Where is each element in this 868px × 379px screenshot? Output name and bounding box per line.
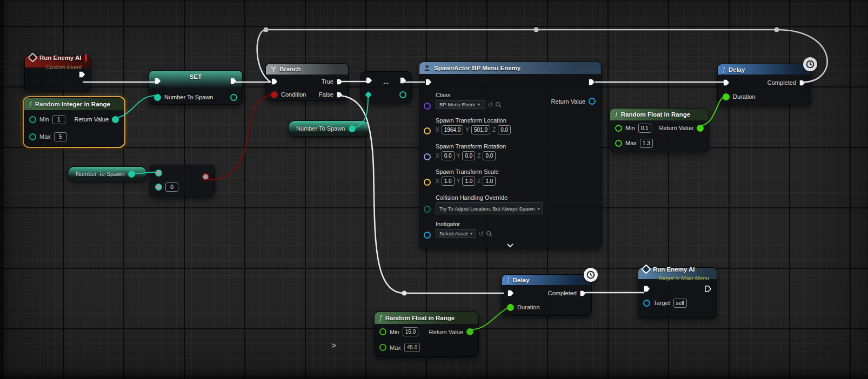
location-x-input[interactable]: 1964.0	[442, 125, 464, 134]
true-label: True	[322, 78, 333, 85]
return-value-pin[interactable]	[466, 328, 473, 335]
exec-in-pin[interactable]	[723, 79, 730, 86]
node-title: Random Integer in Range	[35, 101, 110, 107]
location-z-input[interactable]: 0.0	[498, 125, 511, 134]
node-run-enemy-ai-call[interactable]: Run Enemy AI Target is Main Menu Target …	[638, 267, 717, 318]
scale-y-input[interactable]: 1.0	[462, 177, 475, 186]
min-pin[interactable]	[615, 125, 622, 132]
node-header: ƒ Delay	[502, 275, 591, 285]
exec-in-pin[interactable]	[643, 285, 651, 293]
input-a-pin[interactable]	[155, 170, 162, 177]
instigator-pin[interactable]	[424, 232, 431, 239]
blueprint-canvas[interactable]: Run Enemy AI Custom Event ƒ Random Integ…	[0, 0, 868, 379]
collision-pin[interactable]	[424, 206, 431, 213]
getter-number-to-spawn-left[interactable]: Number To Spawn	[68, 166, 147, 181]
false-exec-pin[interactable]	[336, 91, 343, 98]
node-run-enemy-ai-event[interactable]: Run Enemy AI Custom Event	[24, 56, 91, 91]
min-value-input[interactable]: 15.0	[403, 327, 418, 336]
getter-out-pin[interactable]	[128, 171, 135, 178]
max-pin[interactable]	[29, 133, 36, 140]
reroute-dot	[264, 28, 269, 32]
node-greater-than[interactable]: > 0	[150, 165, 215, 197]
return-value-label: Return Value	[75, 116, 109, 123]
node-title: SpawnActor BP Menu Enemy	[434, 65, 520, 71]
scale-z-input[interactable]: 1.0	[483, 177, 496, 186]
scale-pin[interactable]	[424, 179, 431, 186]
browse-icon[interactable]	[495, 101, 502, 108]
min-value-input[interactable]: 1	[52, 115, 65, 124]
class-pin[interactable]	[424, 103, 431, 110]
target-pin[interactable]	[643, 300, 650, 307]
exec-out-pin[interactable]	[399, 77, 407, 84]
true-exec-pin[interactable]	[336, 78, 343, 85]
exec-out-pin[interactable]	[704, 285, 712, 293]
instigator-dropdown[interactable]: Select Asset▾	[436, 229, 476, 238]
duration-pin[interactable]	[507, 304, 514, 311]
max-pin[interactable]	[615, 140, 622, 147]
event-diamond-icon	[28, 52, 37, 62]
max-value-input[interactable]: 1.3	[640, 139, 653, 148]
use-asset-icon[interactable]: ↺	[488, 101, 493, 108]
node-header: Branch	[266, 64, 348, 75]
min-pin[interactable]	[29, 116, 36, 123]
node-branch[interactable]: Branch True Condition False	[265, 63, 349, 101]
greater-symbol: >	[331, 341, 336, 350]
node-delay-top[interactable]: ƒ Delay Completed Duration	[717, 64, 811, 105]
node-header: Run Enemy AI Target is Main Menu	[638, 268, 717, 279]
target-value-input[interactable]: self	[673, 299, 687, 308]
variable-in-pin[interactable]	[154, 94, 161, 101]
node-delay-bottom[interactable]: ƒ Delay Completed Duration	[502, 274, 592, 316]
return-value-pin[interactable]	[112, 116, 119, 123]
class-dropdown[interactable]: BP Menu Enemy▾	[436, 100, 485, 109]
min-pin[interactable]	[379, 328, 386, 335]
rotation-z-input[interactable]: 0.0	[483, 151, 496, 160]
getter-out-pin[interactable]	[349, 125, 356, 132]
node-random-float-top[interactable]: ƒ Random Float in Range Min 0.1 Return V…	[610, 108, 709, 152]
value-out-pin[interactable]	[399, 91, 406, 98]
completed-exec-pin[interactable]	[799, 79, 806, 86]
function-icon: ƒ	[722, 66, 726, 73]
return-value-pin[interactable]	[697, 125, 704, 132]
input-b-value[interactable]: 0	[165, 182, 178, 192]
node-random-float-bottom[interactable]: ƒ Random Float in Range Min 15.0 Return …	[374, 312, 479, 357]
input-b-pin[interactable]	[155, 184, 162, 191]
exec-out-pin[interactable]	[78, 71, 86, 78]
function-icon: ƒ	[379, 314, 383, 322]
duration-pin[interactable]	[723, 93, 730, 100]
node-random-integer-in-range[interactable]: ƒ Random Integer in Range Min 1 Return V…	[24, 97, 124, 147]
exec-in-pin[interactable]	[507, 289, 515, 297]
min-value-input[interactable]: 0.1	[638, 124, 651, 133]
use-asset-icon[interactable]: ↺	[478, 231, 484, 237]
result-pin[interactable]	[202, 173, 209, 180]
max-value-input[interactable]: 45.0	[404, 343, 420, 352]
condition-pin[interactable]	[271, 91, 278, 98]
location-pin[interactable]	[424, 127, 431, 134]
variable-out-pin[interactable]	[230, 94, 237, 101]
rotation-pin[interactable]	[424, 153, 431, 160]
exec-in-pin[interactable]	[271, 78, 278, 85]
browse-icon[interactable]	[486, 231, 492, 237]
collision-block: Collision Handling Override Try To Adjus…	[436, 194, 601, 214]
max-pin[interactable]	[379, 344, 386, 351]
collision-dropdown[interactable]: Try To Adjust Location, But Always Spawn…	[436, 202, 543, 214]
value-in-pin[interactable]	[365, 91, 372, 98]
location-y-input[interactable]: 501.0	[471, 125, 490, 134]
getter-label: Number To Spawn	[296, 125, 345, 132]
getter-number-to-spawn-mid[interactable]: Number To Spawn	[288, 120, 370, 137]
node-spawn-actor[interactable]: SpawnActor BP Menu Enemy Return Value Cl…	[419, 62, 602, 248]
rotation-x-input[interactable]: 0.0	[442, 151, 455, 160]
node-decrement-int[interactable]: --	[360, 71, 412, 103]
exec-out-pin[interactable]	[588, 78, 596, 86]
rotation-y-input[interactable]: 0.0	[462, 151, 475, 160]
exec-in-pin[interactable]	[365, 77, 373, 84]
scale-x-input[interactable]: 1.0	[442, 177, 455, 186]
rotation-block: Spawn Transform Rotation X0.0 Y0.0 Z0.0	[436, 143, 601, 160]
node-set-number-to-spawn[interactable]: SET Number To Spawn	[149, 70, 243, 105]
node-title: Run Enemy AI	[39, 55, 82, 61]
exec-in-pin[interactable]	[425, 78, 432, 86]
completed-exec-pin[interactable]	[579, 290, 586, 297]
latent-clock-icon	[803, 57, 817, 71]
max-value-input[interactable]: 5	[54, 132, 67, 141]
node-header: ƒ Random Float in Range	[375, 312, 478, 324]
expand-chevron-icon[interactable]	[419, 243, 601, 248]
